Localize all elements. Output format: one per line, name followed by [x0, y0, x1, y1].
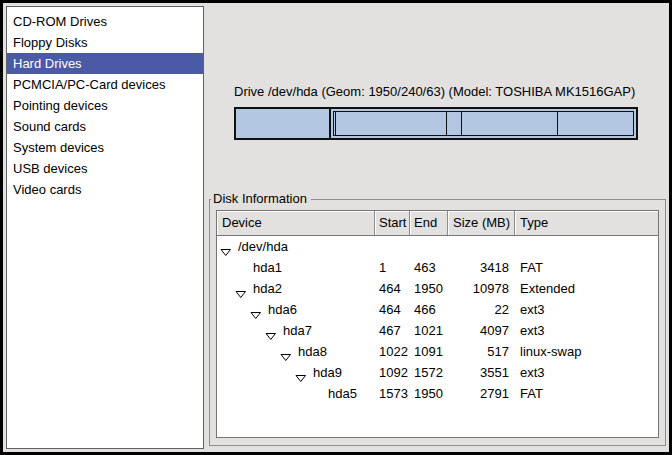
end-cell: 1091 — [410, 341, 448, 362]
end-cell: 1021 — [410, 320, 448, 341]
column-header-device[interactable]: Device — [217, 211, 375, 235]
device-cell: hda2 — [217, 278, 375, 299]
end-cell: 1950 — [410, 278, 448, 299]
type-cell: FAT — [515, 257, 658, 278]
sidebar-item-cd-rom-drives[interactable]: CD-ROM Drives — [7, 11, 203, 32]
column-header-size[interactable]: Size (MB) — [448, 211, 515, 235]
partition-segment-hda9 — [461, 111, 558, 136]
size-cell: 22 — [448, 299, 515, 320]
sidebar-item-system-devices[interactable]: System devices — [7, 137, 203, 158]
expander-icon[interactable] — [280, 347, 292, 362]
expander-icon[interactable] — [295, 368, 307, 383]
end-cell — [410, 236, 448, 257]
device-cell: /dev/hda — [217, 236, 375, 257]
table-row-hda1[interactable]: hda114633418FAT — [217, 257, 658, 278]
expander-icon[interactable] — [220, 242, 232, 257]
table-body: /dev/hdahda114633418FAThda2464195010978E… — [217, 236, 658, 404]
device-name: hda9 — [217, 365, 342, 380]
sidebar-item-pcmcia-pc-card-devices[interactable]: PCMCIA/PC-Card devices — [7, 74, 203, 95]
device-name: hda1 — [217, 260, 282, 275]
table-header-row: DeviceStartEndSize (MB)Type — [217, 211, 658, 236]
expander-icon[interactable] — [235, 284, 247, 299]
expander-icon[interactable] — [250, 305, 262, 320]
type-cell: FAT — [515, 383, 658, 404]
table-row-hda8[interactable]: hda810221091517linux-swap — [217, 341, 658, 362]
sidebar-item-floppy-disks[interactable]: Floppy Disks — [7, 32, 203, 53]
partition-segment-extended — [331, 109, 636, 138]
device-name: hda2 — [217, 281, 282, 296]
type-cell: linux-swap — [515, 341, 658, 362]
sidebar-item-usb-devices[interactable]: USB devices — [7, 158, 203, 179]
size-cell: 517 — [448, 341, 515, 362]
partition-segment-hda1 — [236, 109, 331, 138]
partition-segment-hda5 — [557, 111, 634, 136]
device-category-list: CD-ROM DrivesFloppy DisksHard DrivesPCMC… — [6, 6, 204, 449]
expander-icon[interactable] — [265, 326, 277, 341]
start-cell: 464 — [375, 299, 410, 320]
device-cell: hda8 — [217, 341, 375, 362]
table-row-hda6[interactable]: hda646446622ext3 — [217, 299, 658, 320]
type-cell — [515, 236, 658, 257]
start-cell: 467 — [375, 320, 410, 341]
drive-title: Drive /dev/hda (Geom: 1950/240/63) (Mode… — [234, 84, 646, 99]
device-cell: hda9 — [217, 362, 375, 383]
start-cell: 1573 — [375, 383, 410, 404]
type-cell: ext3 — [515, 299, 658, 320]
start-cell: 464 — [375, 278, 410, 299]
drive-partition-bar — [234, 107, 638, 140]
partition-segment-hda8 — [446, 111, 462, 136]
start-cell: 1 — [375, 257, 410, 278]
start-cell: 1022 — [375, 341, 410, 362]
device-cell: hda7 — [217, 320, 375, 341]
partition-segment-hda7 — [335, 111, 447, 136]
disk-information-table: DeviceStartEndSize (MB)Type /dev/hdahda1… — [216, 210, 659, 438]
disk-information-label: Disk Information — [211, 191, 311, 207]
device-cell: hda5 — [217, 383, 375, 404]
disk-information-group: Disk Information DeviceStartEndSize (MB)… — [209, 199, 666, 446]
device-cell: hda1 — [217, 257, 375, 278]
sidebar-item-video-cards[interactable]: Video cards — [7, 179, 203, 200]
table-row-hda2[interactable]: hda2464195010978Extended — [217, 278, 658, 299]
size-cell — [448, 236, 515, 257]
start-cell — [375, 236, 410, 257]
table-row-hda5[interactable]: hda5157319502791FAT — [217, 383, 658, 404]
device-name: hda8 — [217, 344, 327, 359]
sidebar-item-pointing-devices[interactable]: Pointing devices — [7, 95, 203, 116]
type-cell: Extended — [515, 278, 658, 299]
end-cell: 1572 — [410, 362, 448, 383]
start-cell: 1092 — [375, 362, 410, 383]
type-cell: ext3 — [515, 362, 658, 383]
table-row-dev-hda[interactable]: /dev/hda — [217, 236, 658, 257]
logical-partition-row — [333, 111, 634, 136]
device-cell: hda6 — [217, 299, 375, 320]
end-cell: 1950 — [410, 383, 448, 404]
column-header-type[interactable]: Type — [515, 211, 658, 235]
end-cell: 466 — [410, 299, 448, 320]
table-row-hda7[interactable]: hda746710214097ext3 — [217, 320, 658, 341]
end-cell: 463 — [410, 257, 448, 278]
column-header-end[interactable]: End — [410, 211, 448, 235]
sidebar-item-sound-cards[interactable]: Sound cards — [7, 116, 203, 137]
size-cell: 10978 — [448, 278, 515, 299]
size-cell: 3551 — [448, 362, 515, 383]
size-cell: 2791 — [448, 383, 515, 404]
device-name: hda5 — [217, 386, 357, 401]
column-header-start[interactable]: Start — [375, 211, 410, 235]
sidebar-item-hard-drives[interactable]: Hard Drives — [7, 53, 203, 74]
size-cell: 3418 — [448, 257, 515, 278]
table-row-hda9[interactable]: hda9109215723551ext3 — [217, 362, 658, 383]
type-cell: ext3 — [515, 320, 658, 341]
size-cell: 4097 — [448, 320, 515, 341]
hardware-browser-window: CD-ROM DrivesFloppy DisksHard DrivesPCMC… — [0, 0, 672, 455]
